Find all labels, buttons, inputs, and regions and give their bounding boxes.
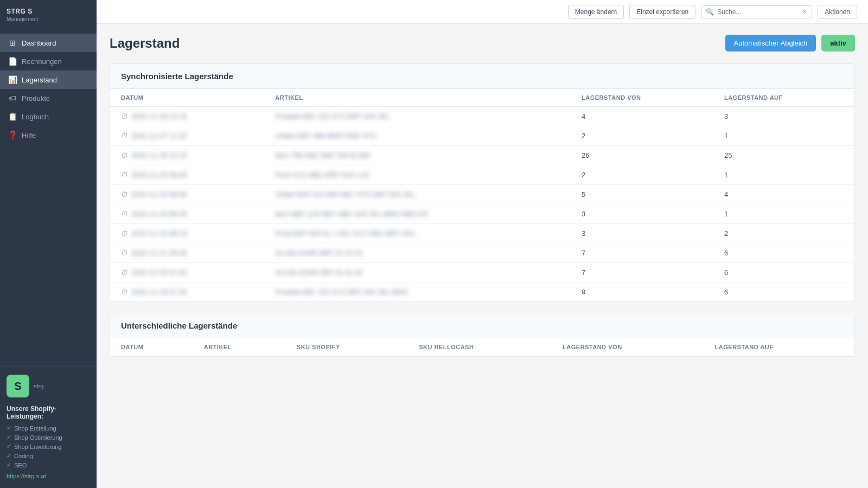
date-cell: ⏱ 2022-11-24 08:45 xyxy=(110,185,264,204)
clock-icon: ⏱ xyxy=(121,210,128,218)
table-row: ⏱ 2022-11-19 07:30 Produkt ABC 123 XYZ D… xyxy=(110,282,854,302)
lagerstand-auf-cell: 1 xyxy=(713,204,854,224)
artikel-cell: Produkt ABC 123 XYZ DEF GHI JKL xyxy=(264,107,571,126)
clock-icon: ⏱ xyxy=(121,190,128,198)
lagerstand-von-cell: 7 xyxy=(571,243,713,263)
header-actions: Automatischer Abgleich aktiv xyxy=(725,35,856,52)
promo-item-shop-optimierung: ✓ Shop Optimierung xyxy=(7,433,90,442)
sidebar: STRG S Management ⊞ Dashboard 📄 Rechnung… xyxy=(0,0,97,488)
status-button[interactable]: aktiv xyxy=(821,35,855,52)
sidebar-item-label: Hilfe xyxy=(22,131,36,139)
search-input[interactable] xyxy=(717,8,799,16)
clock-icon: ⏱ xyxy=(121,151,128,159)
lagerstand-von-cell: 26 xyxy=(571,146,713,165)
sidebar-bottom: S strg Unsere Shopify-Leistungen: ✓ Shop… xyxy=(0,367,97,488)
artikel-cell: Prod XYZ-ABC-DEF-GHI 1 01 xyxy=(264,165,571,185)
diff-section: Unterschiedliche Lagerstände DATUM ARTIK… xyxy=(110,313,855,357)
check-icon: ✓ xyxy=(7,452,11,459)
date-cell: ⏱ 2022-11-21 08:00 xyxy=(110,243,264,263)
produkte-icon: 🏷 xyxy=(8,94,17,102)
promo-item-shop-erstellung: ✓ Shop Erstellung xyxy=(7,423,90,433)
clock-icon: ⏱ xyxy=(121,268,128,277)
check-icon: ✓ xyxy=(7,461,11,468)
einzel-exportieren-button[interactable]: Einzel exportieren xyxy=(629,5,695,19)
content: Lagerstand Automatischer Abgleich aktiv … xyxy=(97,24,868,488)
lagerstand-auf-cell: 6 xyxy=(713,282,854,302)
date-cell: ⏱ 2022-11-23 08:30 xyxy=(110,204,264,224)
sidebar-logo-title: STRG S xyxy=(7,8,90,15)
table-row: ⏱ 2022-11-23 08:30 Item ABC-123 DEF-ABC-… xyxy=(110,204,854,224)
sidebar-item-dashboard[interactable]: ⊞ Dashboard xyxy=(0,34,97,52)
diff-col-lagerstand-auf: LAGERSTAND AUF xyxy=(704,338,854,356)
avatar: S xyxy=(7,375,29,397)
clock-icon: ⏱ xyxy=(121,288,128,296)
lagerstand-von-cell: 5 xyxy=(571,185,713,204)
artikel-cell: Artikel GHI-123-456 ABC-XYZ-DEF GHI-JKL xyxy=(264,185,571,204)
topbar: Menge ändern Einzel exportieren 🔍 ✕ Akti… xyxy=(97,0,868,24)
date-cell: ⏱ 2022-11-22 08:15 xyxy=(110,224,264,243)
avatar-row: S strg xyxy=(7,375,90,397)
lagerstand-auf-cell: 3 xyxy=(713,107,854,126)
automatischer-abgleich-button[interactable]: Automatischer Abgleich xyxy=(725,35,816,52)
check-icon: ✓ xyxy=(7,425,11,432)
promo-item-seo: ✓ SEO xyxy=(7,460,90,470)
lagerstand-von-cell: 9 xyxy=(571,282,713,302)
sidebar-item-lagerstand[interactable]: 📊 Lagerstand xyxy=(0,70,97,89)
lagerstand-auf-cell: 1 xyxy=(713,165,854,185)
lagerstand-von-cell: 2 xyxy=(571,126,713,146)
table-row: ⏱ 2022-11-20 07:45 Art AB-12345 DEF 01 0… xyxy=(110,263,854,282)
sidebar-item-label: Logbuch xyxy=(22,113,49,121)
page-header: Lagerstand Automatischer Abgleich aktiv xyxy=(110,35,855,52)
lagerstand-von-cell: 4 xyxy=(571,107,713,126)
search-icon: 🔍 xyxy=(706,8,714,16)
page-title: Lagerstand xyxy=(110,36,180,51)
lagerstand-icon: 📊 xyxy=(8,75,17,84)
table-row: ⏱ 2022-11-25 09:05 Prod XYZ-ABC-DEF-GHI … xyxy=(110,165,854,185)
table-row: ⏱ 2022-11-24 08:45 Artikel GHI-123-456 A… xyxy=(110,185,854,204)
promo-link[interactable]: https://strg-s.at xyxy=(7,473,90,479)
lagerstand-von-cell: 7 xyxy=(571,263,713,282)
aktionen-button[interactable]: Aktionen xyxy=(818,5,857,19)
table-row: ⏱ 2022-11-28 12:34 Produkt ABC 123 XYZ D… xyxy=(110,107,854,126)
sidebar-item-label: Dashboard xyxy=(22,39,56,47)
sync-section-header: Synchronisierte Lagerstände xyxy=(110,64,854,89)
col-lagerstand-auf: LAGERSTAND AUF xyxy=(713,89,854,107)
diff-col-sku-shopify: SKU SHOPIFY xyxy=(286,338,408,356)
col-lagerstand-von: LAGERSTAND VON xyxy=(571,89,713,107)
sidebar-logo-sub: Management xyxy=(7,16,90,22)
clock-icon: ⏱ xyxy=(121,171,128,179)
date-cell: ⏱ 2022-11-20 07:45 xyxy=(110,263,264,282)
diff-table-header-row: DATUM ARTIKEL SKU SHOPIFY SKU HELLOCASH … xyxy=(110,338,854,356)
clock-icon: ⏱ xyxy=(121,249,128,257)
table-row: ⏱ 2022-11-21 08:00 Art AB-12345 DEF 01 0… xyxy=(110,243,854,263)
sidebar-item-logbuch[interactable]: 📋 Logbuch xyxy=(0,107,97,126)
sidebar-item-hilfe[interactable]: ❓ Hilfe xyxy=(0,126,97,144)
sidebar-item-rechnungen[interactable]: 📄 Rechnungen xyxy=(0,52,97,70)
sidebar-item-label: Produkte xyxy=(22,94,50,102)
promo-item-shop-erweiterung: ✓ Shop Erweiterung xyxy=(7,442,90,451)
lagerstand-auf-cell: 25 xyxy=(713,146,854,165)
date-cell: ⏱ 2022-11-25 09:05 xyxy=(110,165,264,185)
diff-section-title: Unterschiedliche Lagerstände xyxy=(121,321,844,330)
lagerstand-auf-cell: 4 xyxy=(713,185,854,204)
diff-col-artikel: ARTIKEL xyxy=(193,338,286,356)
close-icon[interactable]: ✕ xyxy=(802,8,807,16)
lagerstand-von-cell: 3 xyxy=(571,204,713,224)
menge-andern-button[interactable]: Menge ändern xyxy=(568,5,624,19)
table-row: ⏱ 2022-11-26 10:15 Item 789 ABC DEF GHI … xyxy=(110,146,854,165)
sidebar-nav: ⊞ Dashboard 📄 Rechnungen 📊 Lagerstand 🏷 … xyxy=(0,28,97,367)
table-row: ⏱ 2022-11-27 11:22 Artikel DEF 456 MNO P… xyxy=(110,126,854,146)
lagerstand-von-cell: 3 xyxy=(571,224,713,243)
sidebar-item-produkte[interactable]: 🏷 Produkte xyxy=(0,89,97,107)
check-icon: ✓ xyxy=(7,443,11,450)
artikel-cell: Item 789 ABC DEF GHI B.456 xyxy=(264,146,571,165)
diff-col-datum: DATUM xyxy=(110,338,193,356)
date-cell: ⏱ 2022-11-28 12:34 xyxy=(110,107,264,126)
diff-table: DATUM ARTIKEL SKU SHOPIFY SKU HELLOCASH … xyxy=(110,338,854,356)
avatar-label: strg xyxy=(34,383,43,389)
check-icon: ✓ xyxy=(7,434,11,441)
col-artikel: ARTIKEL xyxy=(264,89,571,107)
lagerstand-auf-cell: 6 xyxy=(713,263,854,282)
logbuch-icon: 📋 xyxy=(8,112,17,121)
dashboard-icon: ⊞ xyxy=(8,38,17,47)
